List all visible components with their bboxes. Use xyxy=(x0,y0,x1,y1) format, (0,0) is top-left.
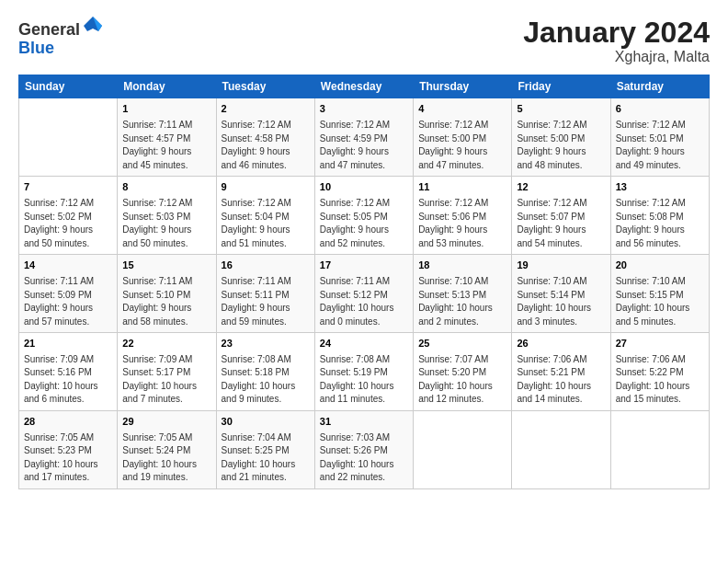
logo-text: General Blue xyxy=(18,17,104,58)
day-cell: 6Sunrise: 7:12 AMSunset: 5:01 PMDaylight… xyxy=(610,98,709,177)
day-info-line: and 56 minutes. xyxy=(616,237,704,251)
day-cell: 5Sunrise: 7:12 AMSunset: 5:00 PMDaylight… xyxy=(512,98,610,177)
header: General Blue January 2024 Xghajra, Malta xyxy=(18,17,710,65)
day-info-line: Sunset: 5:11 PM xyxy=(222,289,310,303)
day-info-line: and 54 minutes. xyxy=(517,237,605,251)
day-info-line: Daylight: 9 hours xyxy=(320,224,408,237)
day-info-line: Sunset: 5:23 PM xyxy=(24,444,112,458)
day-cell: 13Sunrise: 7:12 AMSunset: 5:08 PMDayligh… xyxy=(610,177,709,255)
day-cell: 2Sunrise: 7:12 AMSunset: 4:58 PMDaylight… xyxy=(216,98,314,177)
header-cell-friday: Friday xyxy=(512,75,610,98)
day-info-line: Daylight: 9 hours xyxy=(517,145,605,159)
day-info-line: Sunrise: 7:11 AM xyxy=(24,275,112,289)
calendar-header: SundayMondayTuesdayWednesdayThursdayFrid… xyxy=(19,75,710,98)
title-block: January 2024 Xghajra, Malta xyxy=(523,17,710,65)
day-cell: 3Sunrise: 7:12 AMSunset: 4:59 PMDaylight… xyxy=(314,98,413,177)
day-info-line: Daylight: 9 hours xyxy=(122,302,210,316)
day-info-line: and 12 minutes. xyxy=(418,393,506,407)
day-info-line: and 50 minutes. xyxy=(24,237,112,251)
day-info-line: Sunrise: 7:10 AM xyxy=(517,275,605,289)
day-number: 4 xyxy=(418,102,506,117)
day-info-line: Daylight: 10 hours xyxy=(122,458,210,472)
day-cell: 25Sunrise: 7:07 AMSunset: 5:20 PMDayligh… xyxy=(414,333,512,411)
day-info-line: and 7 minutes. xyxy=(122,393,210,407)
day-info-line: Sunset: 5:26 PM xyxy=(320,444,408,458)
day-info-line: Daylight: 9 hours xyxy=(517,224,605,237)
day-info-line: Daylight: 10 hours xyxy=(320,458,408,472)
day-info-line: and 5 minutes. xyxy=(616,316,704,329)
day-info-line: Sunrise: 7:12 AM xyxy=(616,197,704,211)
day-info-line: and 52 minutes. xyxy=(320,237,408,251)
day-info-line: and 47 minutes. xyxy=(320,159,408,173)
week-row-5: 28Sunrise: 7:05 AMSunset: 5:23 PMDayligh… xyxy=(19,410,710,488)
day-cell: 7Sunrise: 7:12 AMSunset: 5:02 PMDaylight… xyxy=(19,177,118,255)
day-info-line: Daylight: 9 hours xyxy=(320,145,408,159)
day-cell: 30Sunrise: 7:04 AMSunset: 5:25 PMDayligh… xyxy=(216,410,314,488)
day-cell: 19Sunrise: 7:10 AMSunset: 5:14 PMDayligh… xyxy=(512,255,610,333)
day-info-line: and 14 minutes. xyxy=(517,393,605,407)
header-cell-wednesday: Wednesday xyxy=(314,75,413,98)
day-info-line: and 57 minutes. xyxy=(24,316,112,329)
header-cell-sunday: Sunday xyxy=(19,75,118,98)
day-info-line: Sunset: 4:59 PM xyxy=(320,132,408,146)
day-info-line: Sunrise: 7:12 AM xyxy=(222,119,310,132)
day-cell: 22Sunrise: 7:09 AMSunset: 5:17 PMDayligh… xyxy=(118,333,216,411)
day-info-line: Sunset: 5:02 PM xyxy=(24,211,112,224)
day-cell: 14Sunrise: 7:11 AMSunset: 5:09 PMDayligh… xyxy=(19,255,118,333)
day-number: 10 xyxy=(320,180,408,195)
day-cell: 8Sunrise: 7:12 AMSunset: 5:03 PMDaylight… xyxy=(118,177,216,255)
day-info-line: Sunset: 5:07 PM xyxy=(517,211,605,224)
day-cell: 18Sunrise: 7:10 AMSunset: 5:13 PMDayligh… xyxy=(414,255,512,333)
day-info-line: Sunset: 5:09 PM xyxy=(24,289,112,303)
day-info-line: Sunset: 5:16 PM xyxy=(24,366,112,380)
day-cell: 23Sunrise: 7:08 AMSunset: 5:18 PMDayligh… xyxy=(216,333,314,411)
day-info-line: Sunrise: 7:06 AM xyxy=(517,353,605,367)
day-info-line: and 59 minutes. xyxy=(222,316,310,329)
day-number: 24 xyxy=(320,337,408,351)
day-info-line: Sunrise: 7:08 AM xyxy=(222,353,310,367)
day-info-line: and 15 minutes. xyxy=(616,393,704,407)
week-row-3: 14Sunrise: 7:11 AMSunset: 5:09 PMDayligh… xyxy=(19,255,710,333)
day-info-line: Daylight: 10 hours xyxy=(320,380,408,394)
day-info-line: Sunset: 5:00 PM xyxy=(418,132,506,146)
day-info-line: and 53 minutes. xyxy=(418,237,506,251)
day-number: 5 xyxy=(517,102,605,117)
day-info-line: Sunset: 5:10 PM xyxy=(122,289,210,303)
day-info-line: Sunrise: 7:12 AM xyxy=(517,119,605,132)
day-info-line: Daylight: 9 hours xyxy=(222,224,310,237)
day-info-line: Sunrise: 7:11 AM xyxy=(122,119,210,132)
day-info-line: Sunrise: 7:11 AM xyxy=(122,275,210,289)
day-cell: 15Sunrise: 7:11 AMSunset: 5:10 PMDayligh… xyxy=(118,255,216,333)
week-row-1: 1Sunrise: 7:11 AMSunset: 4:57 PMDaylight… xyxy=(19,98,710,177)
day-number: 6 xyxy=(616,102,704,117)
day-info-line: Daylight: 10 hours xyxy=(418,380,506,394)
day-info-line: and 21 minutes. xyxy=(222,471,310,485)
day-info-line: Daylight: 10 hours xyxy=(616,302,704,316)
day-info-line: and 49 minutes. xyxy=(616,159,704,173)
day-info-line: Sunrise: 7:04 AM xyxy=(222,431,310,445)
day-info-line: Sunset: 5:03 PM xyxy=(122,211,210,224)
day-info-line: Sunrise: 7:08 AM xyxy=(320,353,408,367)
day-info-line: and 17 minutes. xyxy=(24,471,112,485)
day-info-line: Sunrise: 7:12 AM xyxy=(320,119,408,132)
logo-blue: Blue xyxy=(18,39,54,57)
day-number: 8 xyxy=(122,180,210,195)
header-cell-thursday: Thursday xyxy=(414,75,512,98)
day-info-line: and 3 minutes. xyxy=(517,316,605,329)
day-info-line: Daylight: 10 hours xyxy=(122,380,210,394)
day-info-line: and 6 minutes. xyxy=(24,393,112,407)
day-info-line: Daylight: 10 hours xyxy=(616,380,704,394)
day-number: 23 xyxy=(222,337,310,351)
day-number: 27 xyxy=(616,337,704,351)
day-info-line: Daylight: 10 hours xyxy=(24,458,112,472)
day-number: 3 xyxy=(320,102,408,117)
day-info-line: and 22 minutes. xyxy=(320,471,408,485)
day-info-line: and 46 minutes. xyxy=(222,159,310,173)
calendar-table: SundayMondayTuesdayWednesdayThursdayFrid… xyxy=(18,75,710,489)
day-cell: 21Sunrise: 7:09 AMSunset: 5:16 PMDayligh… xyxy=(19,333,118,411)
day-info-line: Sunrise: 7:12 AM xyxy=(320,197,408,211)
page: General Blue January 2024 Xghajra, Malta… xyxy=(0,0,728,499)
day-info-line: Daylight: 9 hours xyxy=(122,224,210,237)
day-number: 12 xyxy=(517,180,605,195)
day-info-line: Daylight: 10 hours xyxy=(24,380,112,394)
